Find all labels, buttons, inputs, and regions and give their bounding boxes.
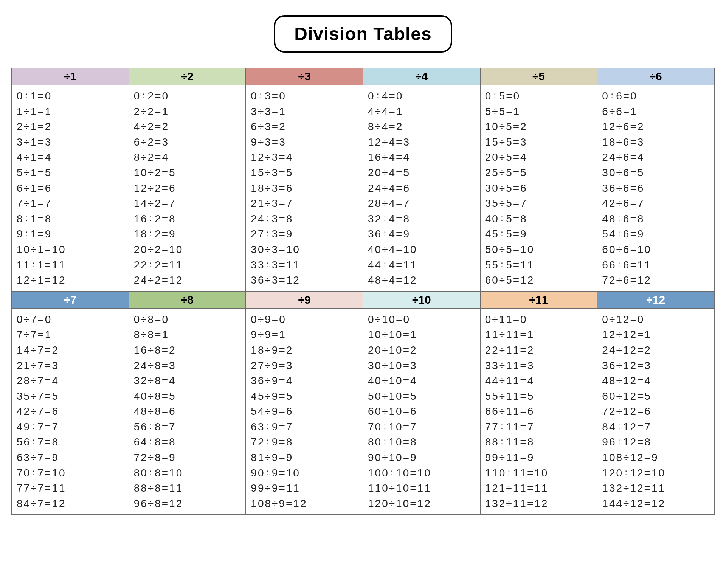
division-fact: 70÷7=10 [17,465,129,481]
division-fact: 60÷6=10 [602,242,714,258]
division-fact: 4÷2=2 [134,119,246,135]
division-fact: 45÷5=9 [485,227,597,242]
division-fact: 40÷5=8 [485,211,597,227]
division-fact: 90÷9=10 [251,465,363,481]
division-fact: 36÷6=6 [602,181,714,196]
division-fact: 28÷7=4 [17,373,129,389]
division-fact: 55÷11=5 [485,389,597,404]
division-fact: 16÷4=4 [368,150,480,165]
division-fact: 20÷2=10 [134,242,246,258]
division-fact: 96÷12=8 [602,434,714,450]
division-fact: 8÷2=4 [134,150,246,165]
division-fact: 16÷2=8 [134,211,246,227]
division-fact: 132÷11=12 [485,496,597,512]
division-fact: 14÷7=2 [17,343,129,358]
division-fact: 40÷8=5 [134,389,246,404]
division-fact: 30÷6=5 [602,165,714,181]
page: Division Tables ÷1÷2÷3÷4÷5÷60÷1=01÷1=12÷… [11,15,715,515]
division-grid: ÷1÷2÷3÷4÷5÷60÷1=01÷1=12÷1=23÷1=34÷1=45÷1… [11,68,715,515]
division-fact: 20÷5=4 [485,150,597,165]
division-fact: 24÷2=12 [134,273,246,288]
division-fact: 44÷4=11 [368,258,480,273]
division-fact: 6÷3=2 [251,119,363,135]
division-fact: 72÷9=8 [251,434,363,450]
division-fact: 7÷7=1 [17,327,129,343]
column-body-div1: 0÷1=01÷1=12÷1=23÷1=34÷1=45÷1=56÷1=67÷1=7… [12,85,129,292]
division-fact: 6÷2=3 [134,135,246,150]
division-fact: 45÷9=5 [251,389,363,404]
division-fact: 108÷12=9 [602,450,714,465]
division-fact: 72÷12=6 [602,404,714,419]
title-wrap: Division Tables [11,15,715,53]
division-fact: 18÷6=3 [602,135,714,150]
column-body-div2: 0÷2=02÷2=14÷2=26÷2=38÷2=410÷2=512÷2=614÷… [129,85,247,292]
division-fact: 18÷9=2 [251,343,363,358]
division-fact: 0÷2=0 [134,88,246,104]
division-fact: 9÷9=1 [251,327,363,343]
division-fact: 50÷10=5 [368,389,480,404]
division-fact: 24÷6=4 [602,150,714,165]
division-fact: 24÷4=6 [368,181,480,196]
division-fact: 96÷8=12 [134,496,246,512]
division-fact: 40÷4=10 [368,242,480,258]
division-fact: 15÷5=3 [485,135,597,150]
division-fact: 0÷9=0 [251,312,363,327]
division-fact: 27÷3=9 [251,227,363,242]
division-fact: 25÷5=5 [485,165,597,181]
division-fact: 36÷4=9 [368,227,480,242]
division-fact: 50÷5=10 [485,242,597,258]
column-header-div4: ÷4 [363,68,481,85]
division-fact: 30÷10=3 [368,358,480,374]
division-fact: 48÷12=4 [602,373,714,389]
division-fact: 120÷12=10 [602,465,714,481]
division-fact: 30÷5=6 [485,181,597,196]
division-fact: 36÷9=4 [251,373,363,389]
division-fact: 32÷4=8 [368,211,480,227]
division-fact: 7÷1=7 [17,196,129,211]
division-fact: 72÷8=9 [134,450,246,465]
division-fact: 18÷3=6 [251,181,363,196]
division-fact: 99÷11=9 [485,450,597,465]
division-fact: 27÷9=3 [251,358,363,374]
page-title: Division Tables [274,15,452,53]
column-body-div9: 0÷9=09÷9=118÷9=227÷9=336÷9=445÷9=554÷9=6… [246,309,363,515]
division-fact: 0÷12=0 [602,312,714,327]
column-body-div10: 0÷10=010÷10=120÷10=230÷10=340÷10=450÷10=… [363,309,481,515]
division-fact: 20÷10=2 [368,343,480,358]
division-fact: 24÷8=3 [134,358,246,374]
division-fact: 16÷8=2 [134,343,246,358]
division-fact: 64÷8=8 [134,434,246,450]
division-fact: 33÷11=3 [485,358,597,374]
division-fact: 22÷11=2 [485,343,597,358]
division-fact: 36÷3=12 [251,273,363,288]
division-fact: 48÷4=12 [368,273,480,288]
division-fact: 21÷3=7 [251,196,363,211]
division-fact: 0÷7=0 [17,312,129,327]
division-fact: 77÷11=7 [485,419,597,435]
division-fact: 8÷8=1 [134,327,246,343]
division-fact: 8÷4=2 [368,119,480,135]
division-fact: 10÷10=1 [368,327,480,343]
column-body-div12: 0÷12=012÷12=124÷12=236÷12=348÷12=460÷12=… [597,309,715,515]
division-fact: 63÷7=9 [17,450,129,465]
division-fact: 35÷7=5 [17,389,129,404]
division-fact: 35÷5=7 [485,196,597,211]
division-fact: 12÷2=6 [134,181,246,196]
division-fact: 10÷1=10 [17,242,129,258]
division-fact: 12÷4=3 [368,135,480,150]
division-fact: 42÷7=6 [17,404,129,419]
division-fact: 54÷9=6 [251,404,363,419]
division-fact: 4÷4=1 [368,104,480,119]
column-header-div9: ÷9 [246,292,363,309]
division-fact: 12÷12=1 [602,327,714,343]
division-fact: 44÷11=4 [485,373,597,389]
division-fact: 0÷1=0 [17,88,129,104]
division-fact: 56÷8=7 [134,419,246,435]
division-fact: 0÷8=0 [134,312,246,327]
division-fact: 28÷4=7 [368,196,480,211]
column-header-div8: ÷8 [129,292,247,309]
column-body-div7: 0÷7=07÷7=114÷7=221÷7=328÷7=435÷7=542÷7=6… [12,309,129,515]
column-header-div12: ÷12 [597,292,715,309]
division-fact: 80÷10=8 [368,434,480,450]
division-fact: 100÷10=10 [368,465,480,481]
